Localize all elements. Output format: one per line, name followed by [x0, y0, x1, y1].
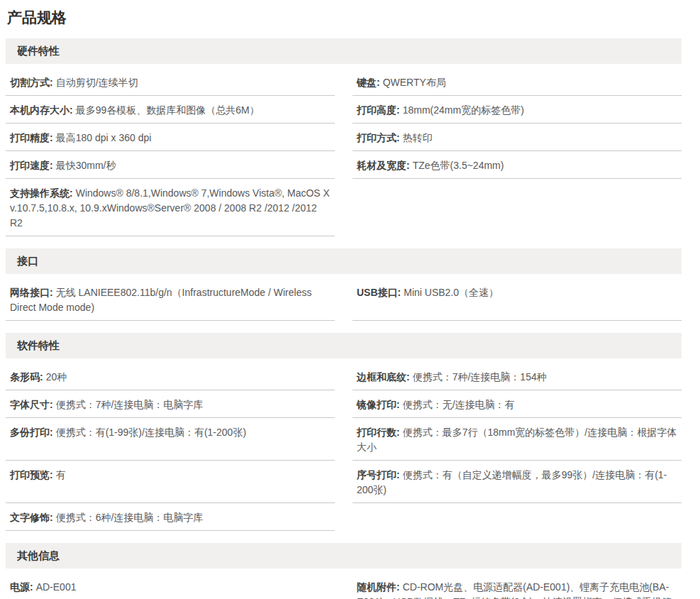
spec-cell-cutting-method: 切割方式:自动剪切/连续半切 — [6, 68, 335, 96]
spec-value: 自动剪切/连续半切 — [56, 77, 138, 88]
spec-cell-keyboard: 键盘:QWERTY布局 — [352, 68, 682, 96]
spec-cell-power-supply: 电源:AD-E001 — [6, 573, 335, 599]
spec-value: 便携式：有(1-99张)/连接电脑：有(1-200张) — [56, 427, 246, 438]
section-software-features: 软件特性 条形码:20种 边框和底纹:便携式：7种/连接电脑：154种 字体尺寸… — [6, 333, 682, 531]
spec-label: 本机内存大小: — [10, 104, 73, 116]
spec-label: 打印行数: — [357, 427, 400, 438]
spec-rows: 网络接口:无线 LANIEEE802.11b/g/n（Infrastructur… — [6, 278, 682, 321]
page-title: 产品规格 — [7, 9, 682, 27]
spec-label: 字体尺寸: — [10, 399, 53, 410]
spec-label: 打印方式: — [357, 132, 400, 143]
spec-cell-print-method: 打印方式:热转印 — [352, 123, 682, 151]
section-header: 接口 — [6, 248, 682, 274]
spec-label: 序号打印: — [357, 469, 400, 480]
spec-label: USB接口: — [357, 287, 401, 298]
spec-value: 便携式：最多7行（18mm宽的标签色带）/连接电脑：根据字体大小 — [357, 427, 677, 453]
spec-value: 便携式：无/连接电脑：有 — [403, 399, 515, 410]
spec-value: 最多99各模板、数据库和图像（总共6M） — [76, 104, 260, 116]
spec-label: 打印预览: — [10, 469, 53, 480]
spec-value: 便携式：7种/连接电脑：154种 — [413, 371, 547, 383]
section-header: 其他信息 — [6, 543, 682, 568]
spec-cell-print-lines: 打印行数:便携式：最多7行（18mm宽的标签色带）/连接电脑：根据字体大小 — [352, 418, 682, 461]
spec-label: 打印高度: — [357, 104, 400, 116]
spec-value: 便携式：有（自定义递增幅度，最多99张）/连接电脑：有(1-200张) — [357, 469, 667, 495]
spec-label: 边框和底纹: — [357, 371, 410, 383]
spec-label: 多份打印: — [10, 427, 53, 438]
spec-label: 支持操作系统: — [10, 187, 73, 199]
spec-label: 键盘: — [357, 77, 380, 88]
section-hardware-features: 硬件特性 切割方式:自动剪切/连续半切 键盘:QWERTY布局 本机内存大小:最… — [6, 38, 682, 236]
spec-label: 耗材及宽度: — [357, 160, 410, 171]
spec-cell-empty — [352, 179, 682, 236]
section-header: 硬件特性 — [6, 38, 682, 64]
spec-cell-multiple-copies: 多份打印:便携式：有(1-99张)/连接电脑：有(1-200张) — [6, 418, 335, 461]
section-other-info: 其他信息 电源:AD-E001 随机附件:CD-ROM光盘、电源适配器(AD-E… — [6, 543, 682, 599]
spec-cell-consumables-width: 耗材及宽度:TZe色带(3.5~24mm) — [352, 151, 682, 179]
spec-value: 有 — [56, 469, 66, 480]
spec-cell-mirror-printing: 镜像打印:便携式：无/连接电脑：有 — [352, 390, 682, 418]
spec-rows: 条形码:20种 边框和底纹:便携式：7种/连接电脑：154种 字体尺寸:便携式：… — [6, 363, 682, 531]
spec-value: CD-ROM光盘、电源适配器(AD-E001)、锂离子充电电池(BA-E001)… — [357, 581, 672, 599]
spec-value: 最快30mm/秒 — [56, 160, 116, 171]
spec-label: 条形码: — [10, 371, 43, 383]
spec-value: 无线 LANIEEE802.11b/g/n（InfrastructureMode… — [10, 287, 311, 313]
section-header: 软件特性 — [6, 333, 682, 358]
spec-value: 便携式：6种/连接电脑：电脑字库 — [56, 512, 204, 523]
spec-cell-frames-shading: 边框和底纹:便携式：7种/连接电脑：154种 — [352, 363, 682, 390]
spec-cell-network-interface: 网络接口:无线 LANIEEE802.11b/g/n（Infrastructur… — [6, 278, 335, 321]
spec-label: 切割方式: — [10, 77, 53, 88]
spec-label: 打印精度: — [10, 132, 53, 143]
spec-cell-barcodes: 条形码:20种 — [6, 363, 335, 390]
spec-value: TZe色带(3.5~24mm) — [413, 160, 504, 171]
spec-value: 便携式：7种/连接电脑：电脑字库 — [56, 399, 204, 410]
spec-value: 最高180 dpi x 360 dpi — [56, 132, 152, 143]
spec-label: 文字修饰: — [10, 512, 53, 523]
spec-cell-print-preview: 打印预览:有 — [6, 461, 335, 503]
spec-cell-usb-interface: USB接口:Mini USB2.0（全速） — [352, 278, 682, 321]
product-specs-page: 产品规格 硬件特性 切割方式:自动剪切/连续半切 键盘:QWERTY布局 本机内… — [6, 9, 682, 599]
spec-cell-print-height: 打印高度:18mm(24mm宽的标签色带) — [352, 96, 682, 123]
spec-value: 热转印 — [403, 132, 433, 143]
spec-cell-text-decoration: 文字修饰:便携式：6种/连接电脑：电脑字库 — [6, 503, 335, 531]
spec-rows: 切割方式:自动剪切/连续半切 键盘:QWERTY布局 本机内存大小:最多99各模… — [6, 68, 682, 236]
section-interfaces: 接口 网络接口:无线 LANIEEE802.11b/g/n（Infrastruc… — [6, 248, 682, 321]
spec-cell-empty — [352, 503, 682, 531]
spec-value: AD-E001 — [36, 581, 77, 593]
spec-label: 随机附件: — [357, 581, 400, 593]
spec-label: 网络接口: — [10, 287, 53, 298]
spec-cell-serial-printing: 序号打印:便携式：有（自定义递增幅度，最多99张）/连接电脑：有(1-200张) — [352, 461, 682, 503]
spec-label: 电源: — [10, 581, 33, 593]
spec-label: 镜像打印: — [357, 399, 400, 410]
spec-value: 18mm(24mm宽的标签色带) — [403, 104, 524, 116]
spec-value: QWERTY布局 — [383, 77, 446, 88]
spec-cell-supported-os: 支持操作系统:Windows® 8/8.1,Windows® 7,Windows… — [6, 179, 335, 236]
spec-label: 打印速度: — [10, 160, 53, 171]
spec-cell-font-sizes: 字体尺寸:便携式：7种/连接电脑：电脑字库 — [6, 390, 335, 418]
spec-rows: 电源:AD-E001 随机附件:CD-ROM光盘、电源适配器(AD-E001)、… — [6, 573, 682, 599]
spec-cell-memory-size: 本机内存大小:最多99各模板、数据库和图像（总共6M） — [6, 96, 335, 123]
spec-cell-print-resolution: 打印精度:最高180 dpi x 360 dpi — [6, 123, 335, 151]
spec-cell-included-accessories: 随机附件:CD-ROM光盘、电源适配器(AD-E001)、锂离子充电电池(BA-… — [352, 573, 682, 599]
spec-cell-print-speed: 打印速度:最快30mm/秒 — [6, 151, 335, 179]
spec-value: 20种 — [46, 371, 67, 383]
spec-value: Mini USB2.0（全速） — [404, 287, 499, 298]
